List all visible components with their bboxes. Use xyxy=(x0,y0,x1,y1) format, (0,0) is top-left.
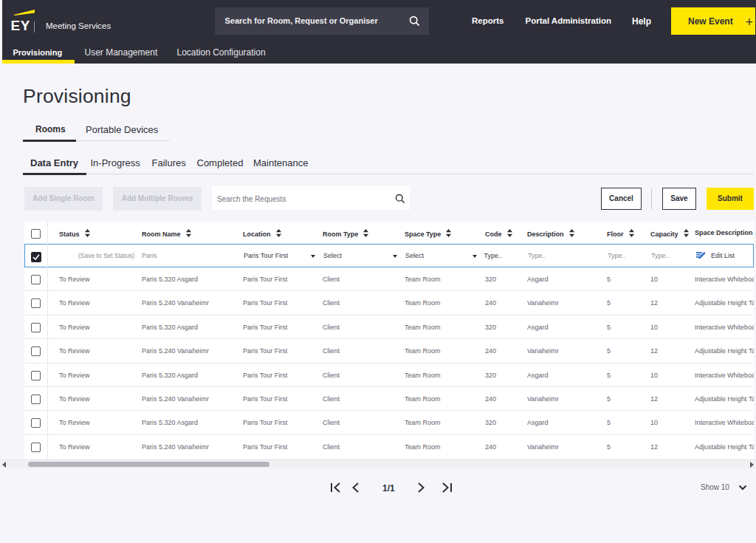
svg-text:1/1: 1/1 xyxy=(382,483,395,494)
